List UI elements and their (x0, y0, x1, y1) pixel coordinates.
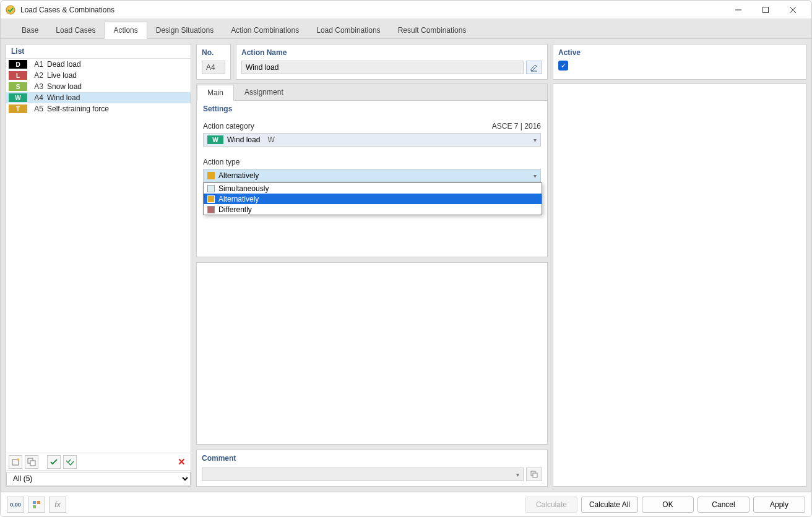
svg-rect-8 (30, 461, 35, 466)
inner-tab-main[interactable]: Main (197, 85, 234, 101)
list-item[interactable]: LA2Live load (6, 70, 191, 81)
inner-tab-assignment[interactable]: Assignment (234, 84, 294, 100)
option-swatch (207, 206, 215, 213)
edit-name-button[interactable] (526, 61, 542, 74)
list-item-name: Snow load (47, 82, 188, 91)
footer-function-button[interactable]: fx (49, 497, 66, 513)
check-all-button[interactable] (63, 455, 77, 469)
top-tab-base[interactable]: Base (13, 22, 47, 38)
category-label: Action category (203, 122, 254, 130)
active-label: Active (558, 47, 801, 61)
option-swatch (207, 185, 215, 192)
category-combo[interactable]: W Wind load W ▾ (203, 133, 541, 147)
list-item-tag: S (9, 82, 27, 91)
top-tab-result-combinations[interactable]: Result Combinations (389, 22, 475, 38)
footer-tree-button[interactable] (28, 497, 45, 513)
list-item-id: A5 (31, 105, 43, 113)
svg-rect-14 (33, 505, 36, 508)
chevron-down-icon: ▾ (516, 471, 519, 478)
detail-left-column: MainAssignment Settings Action category … (196, 83, 548, 487)
list-item-tag: D (9, 60, 27, 69)
list-item-id: A2 (31, 71, 43, 80)
type-combo[interactable]: Alternatively ▾ (203, 169, 541, 182)
option-label: Simultaneously (218, 184, 269, 193)
chevron-down-icon: ▾ (533, 137, 537, 143)
svg-rect-13 (37, 501, 40, 504)
calculate-button: Calculate (525, 497, 577, 513)
list-item-name: Wind load (47, 93, 188, 102)
list-item-id: A1 (31, 60, 43, 69)
svg-rect-12 (33, 501, 36, 504)
settings-header: Settings (197, 101, 547, 117)
svg-line-3 (790, 7, 796, 13)
top-tab-action-combinations[interactable]: Action Combinations (222, 22, 308, 38)
check-one-button[interactable] (47, 455, 61, 469)
no-field[interactable]: A4 (202, 61, 225, 74)
category-code: W (267, 135, 274, 144)
list-item-id: A3 (31, 82, 43, 91)
type-dropdown: Alternatively ▾ SimultaneouslyAlternativ… (203, 169, 541, 182)
action-name-label: Action Name (241, 47, 542, 61)
main-area: List DA1Dead loadLA2Live loadSA3Snow loa… (1, 39, 811, 492)
footer-units-button[interactable]: 0,00 (7, 497, 24, 513)
comment-label: Comment (202, 453, 542, 466)
list-item-tag: L (9, 71, 27, 80)
comment-copy-button[interactable] (526, 468, 542, 481)
no-label: No. (202, 47, 225, 61)
list-item-id: A4 (31, 93, 43, 102)
active-checkbox[interactable]: ✓ (558, 61, 568, 70)
copy-item-button[interactable] (25, 455, 38, 469)
top-tab-load-cases[interactable]: Load Cases (47, 22, 104, 38)
list-filter-select[interactable]: All (5) (6, 472, 191, 485)
comment-field[interactable]: ▾ (202, 468, 524, 481)
type-option[interactable]: Differently (204, 204, 542, 215)
close-button[interactable] (779, 1, 806, 19)
svg-point-6 (17, 458, 19, 461)
type-option[interactable]: Simultaneously (204, 183, 542, 194)
settings-box: MainAssignment Settings Action category … (196, 83, 548, 257)
minimize-button[interactable] (725, 1, 752, 19)
option-swatch (207, 195, 215, 203)
detail-panel: No. A4 Action Name Wind load Active ✓ (196, 44, 806, 487)
list-item[interactable]: DA1Dead load (6, 59, 191, 70)
delete-item-button[interactable]: ✕ (175, 455, 188, 469)
cancel-button[interactable]: Cancel (698, 497, 749, 513)
list-panel: List DA1Dead loadLA2Live loadSA3Snow loa… (6, 44, 191, 487)
option-label: Differently (218, 205, 252, 214)
type-option[interactable]: Alternatively (204, 194, 542, 204)
maximize-button[interactable] (752, 1, 779, 19)
top-tab-design-situations[interactable]: Design Situations (147, 22, 222, 38)
detail-header-row: No. A4 Action Name Wind load Active ✓ (196, 44, 806, 80)
svg-rect-10 (531, 471, 535, 476)
category-label-row: Action category ASCE 7 | 2016 (203, 119, 541, 133)
calculate-all-button[interactable]: Calculate All (581, 497, 638, 513)
ok-button[interactable]: OK (642, 497, 694, 513)
category-tag: W (207, 135, 223, 144)
type-swatch (207, 172, 215, 179)
svg-rect-11 (533, 473, 537, 477)
list-toolbar: ✕ (6, 453, 191, 470)
footer: 0,00 fx Calculate Calculate All OK Cance… (1, 492, 811, 516)
svg-point-0 (6, 6, 15, 14)
category-standard: ASCE 7 | 2016 (492, 122, 541, 130)
list-item[interactable]: WA4Wind load (6, 92, 191, 103)
action-name-field[interactable]: Wind load (241, 61, 524, 74)
top-tab-load-combinations[interactable]: Load Combinations (308, 22, 389, 38)
detail-body-row: MainAssignment Settings Action category … (196, 83, 806, 487)
type-label: Action type (203, 158, 240, 166)
option-label: Alternatively (218, 195, 259, 203)
svg-rect-7 (28, 458, 33, 463)
type-dropdown-list: SimultaneouslyAlternativelyDifferently (203, 182, 542, 215)
list-item[interactable]: SA3Snow load (6, 81, 191, 92)
apply-button[interactable]: Apply (753, 497, 805, 513)
new-item-button[interactable] (9, 455, 22, 469)
list-item[interactable]: TA5Self-straining force (6, 103, 191, 114)
chevron-down-icon: ▾ (533, 173, 537, 179)
category-name: Wind load (227, 135, 260, 144)
top-tab-actions[interactable]: Actions (104, 22, 147, 39)
list-filter: All (5) (6, 470, 191, 486)
active-group: Active ✓ (553, 44, 806, 80)
list-item-tag: T (9, 105, 27, 113)
inner-tabs: MainAssignment (197, 84, 547, 101)
comment-box: Comment ▾ (196, 450, 548, 487)
